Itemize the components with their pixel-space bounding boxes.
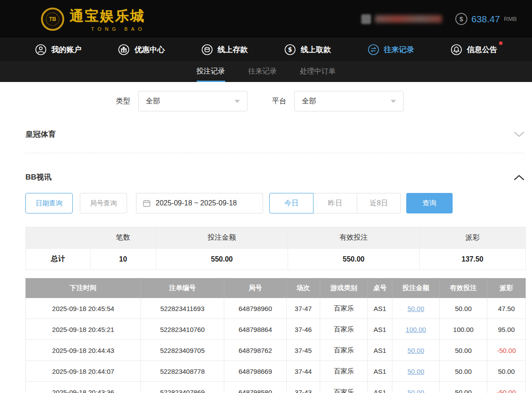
bet-amount-link[interactable]: 50.00 (408, 347, 425, 354)
cell-round-number: 648798669 (224, 361, 287, 382)
cell-round-number: 648798864 (224, 319, 287, 340)
avatar (361, 14, 371, 24)
summary-header-payout: 派彩 (420, 227, 526, 249)
brand-logo: TB 通宝娱乐城 TONG BAO (41, 7, 145, 32)
tab-bet-records[interactable]: 投注记录 (197, 61, 225, 82)
yesterday-button[interactable]: 昨日 (313, 193, 357, 213)
cell-bet-time: 2025-09-18 20:43:36 (26, 382, 141, 393)
summary-valid: 550.00 (288, 249, 420, 270)
cell-round-number: 648798762 (224, 340, 287, 361)
table-row: 2025-09-18 20:44:07 522823408778 6487986… (26, 361, 526, 382)
username-redacted[interactable] (361, 14, 442, 24)
gift-icon (118, 44, 130, 56)
cell-bet-time: 2025-09-18 20:45:21 (26, 319, 141, 340)
cell-valid-bet: 50.00 (440, 340, 487, 361)
col-round-number: 局号 (224, 278, 287, 298)
cell-order-number: 522823410760 (141, 319, 224, 340)
nav-item-promotions[interactable]: 优惠中心 (118, 44, 165, 56)
tab-transaction-records[interactable]: 往来记录 (248, 61, 277, 82)
logo-badge: TB (46, 12, 59, 26)
notification-dot (499, 41, 503, 45)
cell-bet-time: 2025-09-18 20:45:54 (26, 298, 141, 319)
table-row: 2025-09-18 20:45:21 522823410760 6487988… (26, 319, 526, 340)
search-button[interactable]: 查询 (406, 193, 453, 213)
cell-payout: 47.50 (498, 305, 515, 312)
platform-filter-label: 平台 (272, 97, 286, 106)
cell-table-number: AS1 (368, 298, 392, 319)
tab-processing-orders[interactable]: 处理中订单 (300, 61, 336, 82)
nav-item-transaction-records[interactable]: 往来记录 (367, 44, 414, 56)
cell-valid-bet: 50.00 (440, 382, 487, 393)
nav-label: 优惠中心 (134, 45, 165, 55)
brand-title: 通宝娱乐城 (70, 7, 145, 25)
date-range-input[interactable]: 2025-09-18 ~ 2025-09-18 (136, 193, 263, 213)
summary-header-bet: 投注金额 (156, 227, 288, 249)
cell-valid-bet: 50.00 (440, 361, 487, 382)
platform-select[interactable]: 全部 (294, 91, 404, 111)
date-query-button[interactable]: 日期查询 (25, 193, 73, 213)
bet-amount-link[interactable]: 50.00 (408, 389, 425, 393)
cell-game-type: 百家乐 (320, 340, 368, 361)
dollar-icon: $ (455, 13, 467, 25)
nav-label: 线上取款 (301, 45, 331, 55)
col-order-number: 注单编号 (141, 278, 224, 298)
nav-label: 信息公告 (467, 45, 497, 55)
chevron-up-icon[interactable] (514, 174, 524, 180)
record-subtabs: 投注记录 往来记录 处理中订单 (0, 61, 532, 82)
cell-table-number: AS1 (368, 319, 392, 340)
col-valid-bet: 有效投注 (440, 278, 487, 298)
type-select[interactable]: 全部 (138, 91, 247, 111)
col-session: 场次 (287, 278, 320, 298)
cell-game-type: 百家乐 (320, 361, 368, 382)
last-8-days-button[interactable]: 近8日 (357, 193, 401, 213)
table-row: 2025-09-18 20:43:36 522823407869 6487985… (26, 382, 526, 393)
calendar-icon (143, 199, 151, 207)
cell-session: 37-46 (287, 319, 320, 340)
platform-select-value: 全部 (302, 97, 316, 106)
bet-amount-link[interactable]: 100.00 (406, 326, 426, 333)
date-range-value: 2025-09-18 ~ 2025-09-18 (156, 199, 237, 207)
round-query-button[interactable]: 局号查询 (80, 193, 127, 213)
chevron-down-icon[interactable] (514, 131, 524, 138)
svg-text:$: $ (288, 46, 292, 53)
bet-amount-link[interactable]: 50.00 (408, 305, 425, 312)
cell-session: 37-47 (287, 298, 320, 319)
cell-game-type: 百家乐 (320, 319, 368, 340)
chevron-down-icon (235, 100, 240, 103)
section-bb-video[interactable]: BB视讯 (25, 172, 524, 182)
nav-item-announcements[interactable]: 信息公告 (450, 44, 497, 56)
cell-table-number: AS1 (368, 382, 392, 393)
bet-amount-link[interactable]: 50.00 (408, 368, 425, 375)
section-crown-sports[interactable]: 皇冠体育 (25, 129, 524, 139)
cell-session: 37-43 (287, 382, 320, 393)
today-button[interactable]: 今日 (269, 193, 313, 213)
type-filter-label: 类型 (116, 97, 130, 106)
nav-item-deposit[interactable]: 线上存款 (201, 44, 248, 56)
summary-bet: 550.00 (156, 249, 288, 270)
cell-table-number: AS1 (368, 361, 392, 382)
nav-item-withdraw[interactable]: $ 线上取款 (284, 44, 331, 56)
wallet-balance[interactable]: $ 638.47 RMB (455, 13, 517, 25)
col-bet-amount: 投注金额 (392, 278, 440, 298)
quick-range-segment: 今日 昨日 近8日 (269, 193, 401, 213)
cell-order-number: 522823408778 (141, 361, 224, 382)
cell-order-number: 522823411693 (141, 298, 224, 319)
summary-header-count: 笔数 (91, 227, 156, 249)
summary-header-valid: 有效投注 (288, 227, 420, 249)
nav-item-my-account[interactable]: 我的账户 (35, 44, 82, 56)
bet-records-table: 下注时间 注单编号 局号 场次 游戏类别 桌号 投注金额 有效投注 派彩 202… (25, 278, 526, 393)
cell-session: 37-44 (287, 361, 320, 382)
logo-chip-icon: TB (41, 8, 64, 31)
section-divider (25, 153, 524, 153)
cell-payout: -50.00 (497, 347, 516, 354)
table-row: 2025-09-18 20:44:43 522823409705 6487987… (26, 340, 526, 361)
table-header-row: 下注时间 注单编号 局号 场次 游戏类别 桌号 投注金额 有效投注 派彩 (26, 278, 526, 298)
col-payout: 派彩 (487, 278, 526, 298)
cell-order-number: 522823407869 (141, 382, 224, 393)
balance-amount: 638.47 (471, 14, 500, 25)
cell-payout: 50.00 (498, 368, 515, 375)
query-toolbar: 日期查询 局号查询 2025-09-18 ~ 2025-09-18 今日 昨日 … (25, 193, 524, 213)
nav-label: 我的账户 (51, 45, 82, 55)
user-icon (35, 44, 47, 56)
cell-valid-bet: 100.00 (440, 319, 487, 340)
